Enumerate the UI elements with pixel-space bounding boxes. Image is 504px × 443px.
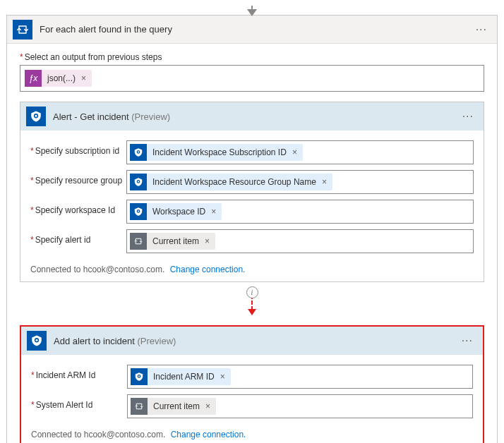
system-alert-input[interactable]: Current item ×: [127, 394, 473, 418]
incident-arm-input[interactable]: Incident ARM ID ×: [127, 365, 473, 389]
subscription-input[interactable]: Incident Workspace Subscription ID ×: [126, 140, 474, 164]
function-icon: ƒx: [25, 70, 42, 87]
loop-menu-button[interactable]: ···: [466, 23, 497, 36]
remove-token-icon[interactable]: ×: [80, 73, 92, 83]
remove-token-icon[interactable]: ×: [210, 207, 222, 217]
add-alert-menu-button[interactable]: ···: [452, 334, 483, 347]
foreach-loop-card: For each alert found in the query ··· *S…: [6, 15, 498, 443]
sentinel-icon: [130, 144, 147, 161]
svg-point-9: [36, 339, 38, 341]
svg-point-1: [35, 115, 37, 117]
incident-arm-token[interactable]: Incident ARM ID ×: [131, 368, 231, 385]
svg-point-11: [138, 375, 140, 377]
loop-title: For each alert found in the query: [40, 24, 466, 35]
change-connection-link[interactable]: Change connection.: [171, 430, 246, 439]
sentinel-icon: [27, 331, 47, 351]
remove-token-icon[interactable]: ×: [291, 147, 303, 157]
get-incident-header[interactable]: Alert - Get incident (Preview) ···: [20, 102, 484, 131]
connection-info: Connected to hcook@contoso.com. Change c…: [31, 424, 473, 439]
workspace-token[interactable]: Workspace ID ×: [130, 203, 222, 220]
loop-icon: [13, 20, 32, 40]
json-token[interactable]: ƒx json(...) ×: [25, 70, 92, 87]
alert-id-label: *Specify alert id: [30, 229, 126, 245]
subscription-label: *Specify subscription id: [30, 140, 126, 156]
sentinel-icon: [26, 107, 46, 126]
output-label: *Select an output from previous steps: [20, 52, 484, 62]
loop-icon: [131, 398, 148, 415]
loop-icon: [130, 233, 147, 250]
current-item-token[interactable]: Current item ×: [130, 233, 215, 250]
remove-token-icon[interactable]: ×: [320, 177, 332, 187]
connection-info: Connected to hcook@contoso.com. Change c…: [30, 259, 474, 274]
change-connection-link[interactable]: Change connection.: [170, 265, 246, 274]
svg-point-3: [138, 151, 139, 152]
output-input[interactable]: ƒx json(...) ×: [20, 65, 484, 92]
get-incident-card: Alert - Get incident (Preview) ··· *Spec…: [20, 102, 484, 282]
workspace-input[interactable]: Workspace ID ×: [126, 200, 474, 224]
add-alert-title: Add alert to incident (Preview): [54, 336, 452, 346]
sentinel-icon: [131, 368, 148, 385]
remove-token-icon[interactable]: ×: [204, 401, 216, 411]
sentinel-icon: [130, 203, 147, 220]
system-alert-label: *System Alert Id: [31, 394, 127, 410]
resource-group-token[interactable]: Incident Workspace Resource Group Name ×: [130, 174, 332, 190]
remove-token-icon[interactable]: ×: [203, 236, 215, 246]
add-alert-header[interactable]: Add alert to incident (Preview) ···: [21, 327, 483, 355]
alert-id-input[interactable]: Current item ×: [126, 229, 474, 253]
loop-header[interactable]: For each alert found in the query ···: [7, 16, 497, 44]
svg-point-5: [138, 181, 139, 182]
workspace-label: *Specify workspace Id: [30, 200, 126, 215]
subscription-token[interactable]: Incident Workspace Subscription ID ×: [130, 144, 303, 161]
get-incident-menu-button[interactable]: ···: [452, 110, 484, 123]
connector-arrow: i: [20, 279, 484, 315]
remove-token-icon[interactable]: ×: [219, 372, 231, 382]
incident-arm-label: *Incident ARM Id: [31, 365, 127, 380]
add-alert-card: Add alert to incident (Preview) ··· *Inc…: [20, 325, 484, 443]
get-incident-title: Alert - Get incident (Preview): [53, 111, 452, 122]
resource-group-input[interactable]: Incident Workspace Resource Group Name ×: [126, 170, 474, 194]
resource-group-label: *Specify resource group: [30, 170, 126, 186]
svg-point-7: [138, 210, 139, 212]
sentinel-icon: [130, 174, 147, 190]
info-icon[interactable]: i: [246, 286, 258, 298]
current-item-token[interactable]: Current item ×: [131, 398, 216, 415]
